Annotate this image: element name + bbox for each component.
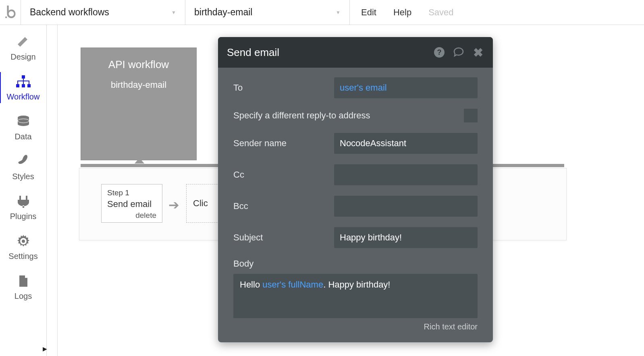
to-label: To [233,83,334,93]
event-pointer [135,158,144,164]
row-subject: Subject Happy birthday! [233,227,478,248]
sidebar-item-label: Logs [15,292,32,301]
panel-body: To user's email Specify a different repl… [218,68,493,341]
row-to: To user's email [233,77,478,98]
sidebar-item-label: Plugins [10,212,37,221]
svg-rect-2 [16,84,19,87]
top-bar: Backend workflows ▼ birthday-email ▼ Edi… [0,0,644,25]
canvas-divider [57,25,58,356]
bcc-field[interactable] [334,196,478,217]
help-icon[interactable]: ? [433,46,445,58]
workflow-select-label: birthday-email [194,7,252,18]
event-name: birthday-email [81,80,196,90]
step-title: Send email [107,199,156,209]
chevron-down-icon: ▼ [171,10,176,15]
row-cc: Cc [233,164,478,185]
sidebar-item-logs[interactable]: Logs [0,271,46,302]
sidebar-item-label: Design [10,52,35,62]
close-icon[interactable]: ✖ [472,46,484,58]
row-reply-to: Specify a different reply-to address [233,109,478,122]
sender-name-label: Sender name [233,138,334,149]
add-step-hint: Clic [193,198,208,209]
top-right-links: Edit Help Saved [350,0,644,25]
panel-header-icons: ? ✖ [433,46,484,58]
workflow-icon [15,74,32,90]
body-label: Body [233,259,478,269]
step-number: Step 1 [107,188,156,197]
sidebar-item-settings[interactable]: Settings [0,232,46,263]
to-field[interactable]: user's email [334,77,478,98]
sidebar-item-label: Styles [12,172,34,181]
section-select[interactable]: Backend workflows ▼ [21,0,185,25]
help-link[interactable]: Help [393,7,411,18]
svg-text:?: ? [437,48,442,56]
sidebar: Design Workflow Data Styles Plugins Sett… [0,25,47,356]
workflow-select[interactable]: birthday-email ▼ [185,0,350,25]
edit-link[interactable]: Edit [361,7,376,18]
reply-to-checkbox[interactable] [464,109,478,122]
svg-point-0 [5,16,7,18]
panel-header[interactable]: Send email ? ✖ [218,37,493,68]
svg-rect-4 [27,84,31,87]
comment-icon[interactable] [453,46,465,58]
subject-field[interactable]: Happy birthday! [334,227,478,248]
chevron-down-icon: ▼ [336,10,341,15]
sender-name-field[interactable]: NocodeAssistant [334,133,478,154]
event-title: API workflow [81,58,196,71]
step-delete-link[interactable]: delete [107,211,156,220]
app-logo [0,0,21,25]
sidebar-item-plugins[interactable]: Plugins [0,192,46,223]
workflow-event-card[interactable]: API workflow birthday-email [81,48,197,160]
gear-icon [15,233,32,249]
data-icon [15,114,32,130]
panel-title: Send email [227,46,279,59]
body-dynamic-expr[interactable]: user's fullName [262,279,323,290]
styles-icon [15,153,32,170]
bubble-logo-icon [5,5,16,20]
cc-label: Cc [233,170,334,180]
body-text-after: . Happy birthday! [323,279,390,290]
row-bcc: Bcc [233,196,478,217]
body-text-before: Hello [240,279,262,290]
saved-status: Saved [428,7,453,18]
bcc-label: Bcc [233,201,334,211]
sidebar-item-label: Data [15,132,31,141]
svg-rect-3 [22,84,25,87]
design-icon [15,34,32,50]
property-panel: Send email ? ✖ To user's email Specify a… [218,37,493,342]
rich-text-editor-link[interactable]: Rich text editor [233,322,478,331]
section-select-label: Backend workflows [30,7,109,18]
reply-to-label: Specify a different reply-to address [233,110,464,121]
arrow-right-icon: ➔ [168,197,179,213]
sidebar-item-styles[interactable]: Styles [0,152,46,183]
cc-field[interactable] [334,164,478,185]
sidebar-item-design[interactable]: Design [0,32,46,63]
step-card[interactable]: Step 1 Send email delete [101,184,162,223]
svg-rect-1 [22,75,25,79]
logs-icon [15,273,32,289]
row-sender-name: Sender name NocodeAssistant [233,133,478,154]
subject-label: Subject [233,232,334,243]
sidebar-item-label: Workflow [7,92,40,101]
sidebar-item-data[interactable]: Data [0,112,46,143]
plugins-icon [15,193,32,209]
body-field[interactable]: Hello user's fullName. Happy birthday! [233,274,478,318]
workflow-canvas: API workflow birthday-email Step 1 Send … [47,25,644,356]
sidebar-item-workflow[interactable]: Workflow [0,72,46,103]
sidebar-item-label: Settings [8,252,37,261]
